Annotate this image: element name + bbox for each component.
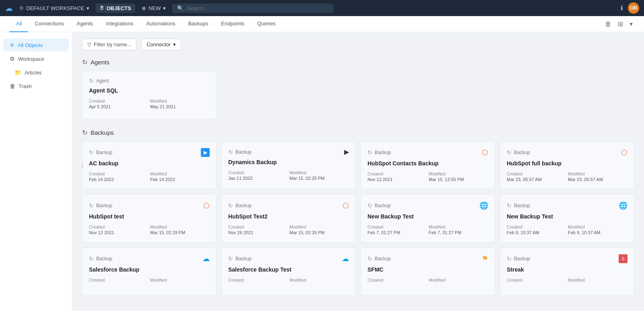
filter-bar: ▽ Filter by name... Connector ▾ [82,39,634,50]
help-button[interactable]: ℹ [621,4,623,12]
activecampaign-icon: ▶ [201,148,210,157]
folder-icon: 📁 [14,69,21,76]
main-layout: ✳ All Objects ⚙ Workspace 📁 Articles 🗑 T… [0,32,644,311]
agents-section: ↻ Agents ↻ Agent Agent SQL [82,58,634,119]
card-streak[interactable]: ↻ Backup S Streak Created Modified [500,247,634,296]
backups-section-header: ↻ Backups [82,129,634,136]
tab-all[interactable]: All [10,16,28,32]
workspace-icon: ⚙ [10,56,15,62]
tab-queries[interactable]: Queries [251,16,282,32]
backup-type-icon: ↻ [507,202,512,209]
search-icon: 🔍 [177,5,184,11]
search-bar[interactable]: 🔍 [172,4,333,13]
sub-nav: All Connections Agents Integrations Auto… [0,16,644,32]
objects-nav[interactable]: ⠿ OBJECTS [96,4,135,13]
hubspot-icon: ⬡ [343,201,349,210]
agent-type-icon: ↻ [89,78,94,84]
card-title: AC backup [89,160,210,167]
backup-type-icon: ↻ [228,202,233,209]
backup-type-icon: ↻ [89,255,94,262]
top-nav-right: ℹ OR [621,2,639,14]
content-area: ▽ Filter by name... Connector ▾ ↻ Agents… [72,32,644,311]
top-nav: ☁ ⚙ DEFAULT WORKSPACE ▾ ⠿ OBJECTS ⊕ NEW … [0,0,644,16]
backups-cards-grid: ⋮ ↻ Backup ▶ AC backup Created Feb 14 20… [82,141,634,296]
card-hubspot-contacts-backup[interactable]: ↻ Backup ⬡ HubSpot Contacts Backup Creat… [361,141,495,189]
card-new-backup-test-1[interactable]: ↻ Backup 🌐 New Backup Test Created Feb 7… [361,194,495,243]
sfmc-icon: ⚑ [482,254,488,263]
filter-by-name-button[interactable]: ▽ Filter by name... [82,39,136,50]
card-agent-sql[interactable]: ↻ Agent Agent SQL Created Apr 5 2021 Mod… [82,71,217,119]
backup-type-icon: ↻ [89,149,94,156]
hubspot-icon: ⬡ [482,148,488,157]
card-salesforce-backup[interactable]: ↻ Backup ☁ Salesforce Backup Created Mod… [82,247,217,296]
hubspot-icon: ⬡ [203,201,210,210]
tab-integrations[interactable]: Integrations [99,16,140,32]
card-title: Agent SQL [89,87,210,94]
backup-type-icon: ↻ [367,149,372,156]
agents-section-icon: ↻ [82,58,87,66]
backup-type-icon: ↻ [228,149,233,155]
backup-type-icon: ↻ [367,202,372,209]
salesforce-icon: ☁ [202,254,210,263]
trash-sidebar-icon: 🗑 [10,83,15,89]
streak-icon: S [619,254,627,263]
hubspot-icon: ⬡ [621,148,627,157]
tab-connections[interactable]: Connections [28,16,70,32]
backup-type-icon: ↻ [228,255,233,262]
backup-type-icon: ↻ [507,255,512,262]
trash-icon[interactable]: 🗑 [603,19,613,29]
salesforce-icon: ☁ [342,254,349,263]
connector-chevron-icon: ▾ [173,41,176,47]
sidebar-item-trash[interactable]: 🗑 Trash [3,80,69,93]
card-hubspot-test[interactable]: ↻ Backup ⬡ HubSpot test Created Nov 12 2… [82,194,217,243]
backups-section-icon: ↻ [82,129,87,136]
card-ac-backup[interactable]: ⋮ ↻ Backup ▶ AC backup Created Feb 14 20… [82,141,217,189]
agents-section-header: ↻ Agents [82,58,634,66]
search-input[interactable] [187,5,328,11]
card-meta: Created Apr 5 2021 Modified May 21 2021 [89,99,210,109]
dynamics-icon: ▶ [344,148,349,156]
card-hubspot-test2[interactable]: ↻ Backup ⬡ HubSpot Test2 Created Nov 26 … [221,194,356,243]
backup-type-icon: ↻ [507,149,512,156]
tab-agents[interactable]: Agents [70,16,99,32]
connector-filter-button[interactable]: Connector ▾ [141,39,181,50]
workspace-selector[interactable]: ⚙ DEFAULT WORKSPACE ▾ [19,5,89,11]
card-salesforce-backup-test[interactable]: ↻ Backup ☁ Salesforce Backup Test Create… [221,247,356,296]
sidebar-item-workspace[interactable]: ⚙ Workspace [3,52,69,65]
backups-section: ↻ Backups ⋮ ↻ Backup ▶ AC backup [82,129,634,296]
sidebar-item-all-objects[interactable]: ✳ All Objects [3,39,69,51]
sidebar-item-articles[interactable]: 📁 Articles [3,66,69,79]
card-new-backup-test-2[interactable]: ↻ Backup 🌐 New Backup Test Created Feb 9… [500,194,634,243]
card-hubspot-full-backup[interactable]: ↻ Backup ⬡ HubSpot full backup Created M… [500,141,634,189]
card-more-options[interactable]: ⋮ [79,162,86,169]
card-header: ↻ Agent [89,78,210,84]
globe-blue-icon: 🌐 [479,201,488,210]
sidebar: ✳ All Objects ⚙ Workspace 📁 Articles 🗑 T… [0,32,72,311]
tab-backups[interactable]: Backups [182,16,215,32]
card-sfmc[interactable]: ↻ Backup ⚑ SFMC Created Modified [361,247,495,296]
new-button[interactable]: ⊕ NEW ▾ [142,5,166,11]
tab-endpoints[interactable]: Endpoints [215,16,251,32]
sub-nav-right: 🗑 ⊞ ▾ [603,19,634,29]
view-options-icon[interactable]: ▾ [628,19,634,29]
user-avatar[interactable]: OR [628,2,639,14]
backup-type-icon: ↻ [367,255,372,262]
grid-view-icon[interactable]: ⊞ [616,19,625,29]
card-dynamics-backup[interactable]: ↻ Backup ▶ Dynamics Backup Created Jan 1… [221,141,356,189]
card-type: ↻ Agent [89,78,109,84]
globe-blue-icon: 🌐 [619,201,627,210]
backup-type-icon: ↻ [89,202,94,209]
asterisk-icon: ✳ [10,42,14,48]
tab-automations[interactable]: Automations [140,16,182,32]
logo: ☁ [5,3,13,13]
agents-cards-grid: ↻ Agent Agent SQL Created Apr 5 2021 Mod… [82,71,634,119]
filter-icon: ▽ [87,41,91,47]
